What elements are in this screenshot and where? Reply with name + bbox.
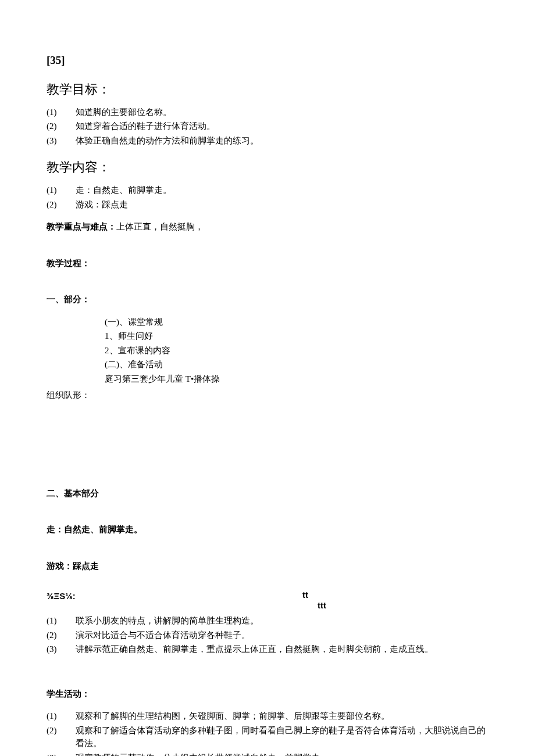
item-text: 游戏：踩点走 [76,198,488,212]
item-number: (2) [47,198,76,212]
list-item: (1) 知道脚的主要部位名称。 [47,106,488,119]
sub-item: 1、师生问好 [105,329,488,343]
part1-block: (一)、课堂常规 1、师生问好 2、宣布课的内容 (二)、准备活动 庭习第三套少… [105,316,488,386]
list-item: (1) 联系小朋友的特点，讲解脚的简单胜生理构造。 [47,614,488,628]
teacher-activity-list: (1) 联系小朋友的特点，讲解脚的简单胜生理构造。 (2) 演示对比适合与不适合… [47,614,488,656]
heading-goals: 教学目标： [47,80,488,99]
item-number: (3) [47,751,76,757]
item-number: (3) [47,643,76,656]
marks-line2: ttt [318,600,326,611]
keypoint-line: 教学重点与难点：上体正直，自然挺胸， [47,220,488,234]
item-text: 观察教师的示范动作，分小组由组长带领尝试自然走、前脚掌走。 [76,751,488,757]
formation-label: 组织队形： [47,389,488,402]
heading-content: 教学内容： [47,157,488,177]
item-text: 知道穿着合适的鞋子进行体育活动。 [76,120,488,133]
student-activity-list: (1) 观察和了解脚的生理结构图，矢磴脚面、脚掌；前脚掌、后脚跟等主要部位名称。… [47,710,488,756]
item-text: 体验正确自然走的动作方法和前脚掌走的练习。 [76,134,488,148]
teacher-marks: tt ttt [302,590,326,611]
item-number: (2) [47,724,76,737]
sub-heading-a: (一)、课堂常规 [105,316,488,329]
teacher-label: ⅜ΞS⅛: [47,590,302,603]
item-text: 观察和了解脚的生理结构图，矢磴脚面、脚掌；前脚掌、后脚跟等主要部位名称。 [76,710,488,723]
item-number: (1) [47,710,76,723]
item-number: (2) [47,629,76,642]
sub-item: 2、宣布课的内容 [105,344,488,357]
item-text: 演示对比适合与不适合体育活动穿各种鞋子。 [76,629,488,642]
sub-heading-b: (二)、准备活动 [105,358,488,371]
item-text: 观察和了解适合体育活动穿的多种鞋子图，同时看看自己脚上穿的鞋子是否符合体育活动，… [76,724,488,750]
sub-item: 庭习第三套少年儿童 T•播体操 [105,372,488,386]
list-item: (2) 演示对比适合与不适合体育活动穿各种鞋子。 [47,629,488,642]
content-list: (1) 走：自然走、前脚掌走。 (2) 游戏：踩点走 [47,184,488,211]
list-item: (3) 讲解示范正确自然走、前脚掌走，重点提示上体正直，自然挺胸，走时脚尖朝前，… [47,643,488,656]
keypoint-text: 上体正直，自然挺胸， [116,222,204,231]
list-item: (3) 观察教师的示范动作，分小组由组长带领尝试自然走、前脚掌走。 [47,751,488,757]
list-item: (2) 观察和了解适合体育活动穿的多种鞋子图，同时看看自己脚上穿的鞋子是否符合体… [47,724,488,750]
goals-list: (1) 知道脚的主要部位名称。 (2) 知道穿着合适的鞋子进行体育活动。 (3)… [47,106,488,148]
list-item: (2) 游戏：踩点走 [47,198,488,212]
heading-process: 教学过程： [47,257,488,270]
part2-line1: 走：自然走、前脚掌走。 [47,523,488,536]
item-number: (3) [47,134,76,148]
keypoint-label: 教学重点与难点： [47,222,116,231]
list-item: (3) 体验正确自然走的动作方法和前脚掌走的练习。 [47,134,488,148]
heading-part2: 二、基本部分 [47,487,488,500]
list-item: (1) 观察和了解脚的生理结构图，矢磴脚面、脚掌；前脚掌、后脚跟等主要部位名称。 [47,710,488,723]
document-number: [35] [47,52,488,69]
item-text: 知道脚的主要部位名称。 [76,106,488,119]
item-number: (2) [47,120,76,133]
list-item: (2) 知道穿着合适的鞋子进行体育活动。 [47,120,488,133]
item-number: (1) [47,614,76,628]
part2-line2: 游戏：踩点走 [47,560,488,573]
heading-student-activity: 学生活动： [47,687,488,701]
item-text: 联系小朋友的特点，讲解脚的简单胜生理构造。 [76,614,488,628]
teacher-activity-header: ⅜ΞS⅛: tt ttt [47,590,488,611]
heading-part1: 一、部分： [47,293,488,306]
item-text: 走：自然走、前脚掌走。 [76,184,488,197]
item-number: (1) [47,184,76,197]
item-text: 讲解示范正确自然走、前脚掌走，重点提示上体正直，自然挺胸，走时脚尖朝前，走成直线… [76,643,488,656]
item-number: (1) [47,106,76,119]
marks-line1: tt [302,590,326,600]
list-item: (1) 走：自然走、前脚掌走。 [47,184,488,197]
